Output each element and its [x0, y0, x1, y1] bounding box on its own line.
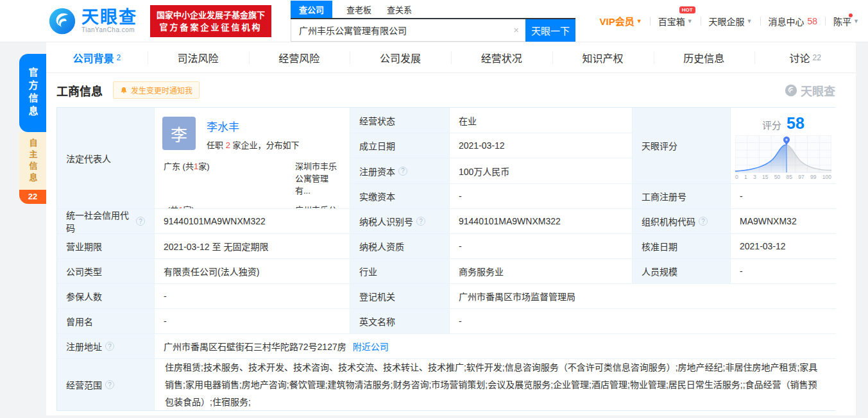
avatar[interactable]: 李: [162, 117, 196, 150]
field-label-registered-address: 注册地址?: [57, 334, 155, 359]
tianyancha-watermark-icon: [785, 84, 797, 97]
legal-rep-roles: 任职 2 家企业，分布如下: [207, 138, 300, 151]
tab-judicial-risk[interactable]: 司法风险: [148, 42, 249, 72]
field-value-taxpayer-qualification: -: [450, 234, 633, 259]
search-tab-boss[interactable]: 查老板: [345, 1, 373, 18]
company-tabbar: 公司背景2 司法风险 经营风险 公司发展 经营状况 知识产权 历史信息 讨论22: [46, 42, 856, 73]
watermark-text: 天眼查: [801, 82, 835, 99]
notify-button[interactable]: 发生变更时通知我: [113, 81, 200, 99]
field-value-company-type: 有限责任公司(法人独资): [155, 259, 350, 284]
field-label-approval-date: 核准日期: [633, 234, 731, 259]
field-label-insured-staff: 参保人数: [57, 284, 155, 309]
roles-count: 2: [226, 140, 230, 150]
search-tab-relation[interactable]: 查关系: [386, 1, 413, 18]
field-value-business-term: 2021-03-12 至 无固定期限: [155, 234, 350, 259]
field-value-english-name: -: [450, 309, 836, 334]
help-icon[interactable]: ?: [136, 217, 145, 226]
side-tab-self[interactable]: 自主信息 22: [19, 132, 46, 204]
nearby-companies-link[interactable]: 附近公司: [353, 340, 389, 353]
field-value-registration-number: -: [731, 184, 836, 209]
help-icon[interactable]: ?: [699, 217, 708, 226]
field-value-taxpayer-id: 91440101MA9WNXM322: [450, 209, 633, 234]
score-title: 评分: [762, 118, 781, 131]
divider: [825, 17, 826, 26]
score-axis-labels: 013 155085 9799100: [735, 174, 831, 180]
score-header: 评分 58: [735, 114, 832, 133]
nav-enterprise-service[interactable]: 天眼企服 ▼: [709, 15, 753, 28]
logo-text: 天眼查 TianYanCha.com: [81, 8, 137, 33]
tab-operation-status[interactable]: 经营状况: [451, 42, 552, 72]
field-value-establish-date: 2021-03-12: [450, 133, 633, 158]
field-label-unified-social-credit-code: 统一社会信用代码?: [57, 209, 155, 234]
tab-company-development[interactable]: 公司发展: [350, 42, 451, 72]
search-button[interactable]: 天眼一下: [525, 19, 575, 42]
distribution-company-link[interactable]: 广州丰乐公寓管理有限...: [295, 203, 343, 209]
logo-domain: TianYanCha.com: [81, 26, 137, 33]
side-tabs: 官方信息 自主信息 22: [19, 54, 46, 204]
field-label-legal-rep: 法定代表人: [57, 108, 155, 209]
business-info-table: 法定代表人 李 李水丰 任职 2 家企业，分布如下 广东 (共1家) 深圳市丰乐…: [56, 107, 835, 411]
side-tab-official[interactable]: 官方信息: [19, 54, 46, 132]
tab-operation-risk[interactable]: 经营风险: [249, 42, 350, 72]
field-label-paid-in-capital: 实缴资本: [350, 184, 450, 209]
field-value-registered-address: 广州市番禺区石壁街石三村华陀路72号2127房 附近公司: [155, 334, 836, 359]
field-value-staff-size: -: [731, 259, 836, 284]
divider: [760, 17, 761, 26]
tab-company-background[interactable]: 公司背景2: [46, 42, 148, 72]
message-count-badge: 58: [808, 16, 818, 26]
nav-toolbox[interactable]: 百宝箱 ▼ HOT: [658, 15, 693, 28]
section-header: 工商信息 发生变更时通知我 天眼查: [46, 73, 856, 107]
field-value-registered-capital: 100万人民币: [450, 158, 633, 184]
nav-vip[interactable]: VIP会员 ▼: [600, 14, 642, 28]
field-label-registration-authority: 登记机关: [350, 284, 450, 309]
field-label-organization-code: 组织机构代码?: [633, 209, 731, 234]
field-value-industry: 商务服务业: [450, 259, 633, 284]
top-header: 天眼查 TianYanCha.com 国家中小企业发展子基金旗下 官方备案企业征…: [0, 0, 868, 42]
field-value-former-name: -: [155, 309, 350, 334]
field-label-taxpayer-qualification: 纳税人资质: [350, 234, 450, 259]
help-icon[interactable]: ?: [105, 342, 114, 351]
bell-icon: [120, 87, 128, 94]
nav-user[interactable]: 陈平 ▼: [833, 15, 859, 28]
watermark-logo: 天眼查: [785, 82, 835, 99]
chevron-down-icon: ▼: [687, 18, 693, 24]
nav-message-center[interactable]: 消息中心 58: [769, 15, 818, 28]
field-value-insured-staff: -: [155, 284, 350, 309]
divider: [650, 17, 651, 26]
content-card: 公司背景2 司法风险 经营风险 公司发展 经营状况 知识产权 历史信息 讨论22…: [46, 42, 856, 415]
help-icon[interactable]: ?: [105, 380, 114, 389]
side-tab-self-label: 自主信息: [27, 138, 39, 185]
tab-intellectual-property[interactable]: 知识产权: [552, 42, 654, 72]
field-label-taxpayer-id: 纳税人识别号?: [350, 209, 450, 234]
tianyan-score-cell: 评分 58: [731, 108, 836, 184]
clear-icon[interactable]: ×: [507, 24, 525, 35]
tab-discussion[interactable]: 讨论22: [754, 42, 856, 72]
field-value-registration-authority: 广州市番禺区市场监督管理局: [450, 284, 836, 309]
nav-vip-label: VIP会员: [600, 14, 634, 28]
legal-rep-name-link[interactable]: 李水丰: [207, 118, 300, 134]
nav-message-center-label: 消息中心: [769, 15, 804, 28]
field-label-staff-size: 人员规模: [633, 259, 731, 284]
field-label-former-name: 曾用名: [57, 309, 155, 334]
field-label-tianyan-score: 天眼评分: [633, 108, 731, 184]
nav-toolbox-label: 百宝箱: [658, 15, 685, 28]
chevron-down-icon: ▼: [853, 18, 859, 24]
field-label-business-term: 营业期限: [57, 234, 155, 259]
help-icon[interactable]: ?: [398, 167, 407, 176]
score-value: 58: [787, 114, 804, 133]
tianyancha-logo[interactable]: 天眼查 TianYanCha.com: [48, 7, 137, 35]
top-nav: VIP会员 ▼ 百宝箱 ▼ HOT 天眼企服 ▼ 消息中心 58 陈平 ▼: [600, 14, 859, 28]
search-box: ×: [291, 19, 525, 42]
field-label-registered-capital: 注册资本?: [350, 158, 450, 184]
search-area: 查公司 查老板 查关系 × 天眼一下: [291, 1, 575, 42]
notify-button-label: 发生变更时通知我: [131, 85, 192, 96]
search-tab-company[interactable]: 查公司: [291, 1, 332, 18]
search-input[interactable]: [291, 25, 507, 35]
field-label-english-name: 英文名称: [350, 309, 450, 334]
tab-history-info[interactable]: 历史信息: [654, 42, 755, 72]
field-label-industry: 行业: [350, 259, 450, 284]
distribution-region: (共1家): [164, 203, 295, 209]
distribution-company-link[interactable]: 深圳市丰乐公寓管理有...: [295, 160, 343, 196]
legal-rep-cell: 李 李水丰 任职 2 家企业，分布如下 广东 (共1家) 深圳市丰乐公寓管理有.…: [155, 108, 350, 209]
help-icon[interactable]: ?: [416, 217, 425, 226]
